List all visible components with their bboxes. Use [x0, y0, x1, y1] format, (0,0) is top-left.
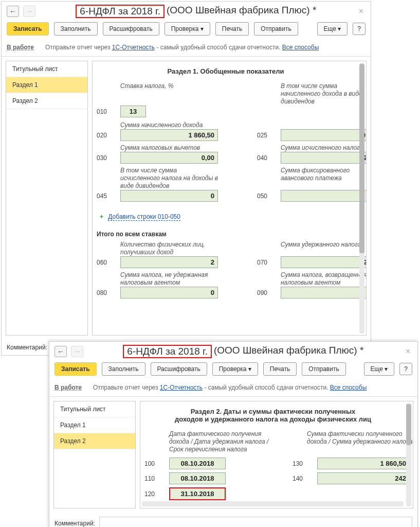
window-section2: ← → 6-НДФЛ за 2018 г. (ООО Швейная фабри… — [49, 341, 418, 527]
field-140[interactable] — [317, 472, 410, 484]
save-button[interactable]: Записать — [7, 22, 49, 36]
field-120[interactable] — [169, 487, 226, 500]
vertical-scrollbar[interactable] — [359, 63, 364, 333]
label-right: Сумма фактически полученного дохода / Су… — [307, 430, 413, 453]
title-highlight: 6-НДФЛ за 2018 г. — [123, 345, 212, 358]
status-label[interactable]: В работе — [54, 384, 88, 391]
field-040[interactable] — [281, 152, 367, 164]
more-button[interactable]: Еще ▾ — [317, 22, 348, 36]
nav-forward-button: → — [23, 6, 35, 17]
label-025: В том числе сумма начисленного дохода в … — [281, 82, 367, 106]
sidebar-item-title-page[interactable]: Титульный лист — [6, 61, 87, 77]
print-button[interactable]: Печать — [263, 362, 297, 376]
total-heading: Итого по всем ставкам — [97, 231, 355, 238]
label-020: Сумма начисленного дохода — [120, 121, 218, 129]
field-100[interactable] — [169, 458, 226, 469]
code-020: 020 — [97, 132, 116, 139]
code-110: 110 — [144, 475, 164, 482]
field-025[interactable] — [281, 129, 367, 141]
dropdown-icon: ▾ — [338, 25, 341, 32]
link-all-methods[interactable]: Все способы — [330, 384, 367, 391]
code-100: 100 — [144, 460, 164, 467]
field-050[interactable] — [281, 190, 367, 202]
sidebar-item-title-page[interactable]: Титульный лист — [54, 401, 135, 417]
comment-label: Комментарий: — [54, 520, 95, 527]
link-1c-reporting[interactable]: 1С-Отчетность — [160, 384, 203, 391]
close-icon[interactable]: × — [357, 7, 366, 16]
sidebar-item-section1[interactable]: Раздел 1 — [54, 417, 135, 433]
print-button[interactable]: Печать — [215, 22, 249, 36]
save-button[interactable]: Записать — [54, 362, 97, 376]
dropdown-icon: ▾ — [200, 25, 204, 32]
more-button[interactable]: Еще ▾ — [364, 362, 395, 376]
field-010[interactable] — [120, 106, 146, 117]
window-title: 6-НДФЛ за 2018 г. (ООО Швейная фабрика П… — [40, 5, 353, 18]
content-panel: Раздел 1. Обобщенные показатели Ставка н… — [92, 61, 367, 336]
label-045: В том числе сумма исчисленного налога на… — [120, 167, 218, 190]
title-rest: (ООО Швейная фабрика Плюс) * — [214, 345, 363, 358]
comment-label: Комментарий: — [7, 344, 47, 351]
code-130: 130 — [293, 460, 312, 467]
sidebar-item-section1[interactable]: Раздел 1 — [6, 77, 87, 93]
link-all-methods[interactable]: Все способы — [282, 44, 319, 51]
field-090[interactable] — [281, 287, 367, 298]
link-1c-reporting[interactable]: 1С-Отчетность — [112, 44, 155, 51]
send-button[interactable]: Отправить — [254, 22, 298, 36]
sections-sidebar: Титульный лист Раздел 1 Раздел 2 — [53, 401, 136, 508]
sidebar-item-section2[interactable]: Раздел 2 — [6, 93, 87, 109]
send-button[interactable]: Отправить — [302, 362, 346, 376]
horizontal-scrollbar[interactable] — [142, 501, 404, 506]
status-label[interactable]: В работе — [7, 44, 40, 51]
title-rest: (ООО Швейная фабрика Плюс) * — [167, 5, 316, 18]
label-080: Сумма налога, не удержанная налоговым аг… — [120, 271, 218, 287]
code-050: 050 — [257, 192, 277, 200]
section1-title: Раздел 1. Обобщенные показатели — [97, 67, 355, 75]
check-button[interactable]: Проверка ▾ — [212, 362, 258, 376]
code-120: 120 — [144, 490, 164, 498]
code-045: 045 — [97, 192, 116, 200]
sidebar-item-section2[interactable]: Раздел 2 — [54, 433, 135, 449]
window-title: 6-НДФЛ за 2018 г. (ООО Швейная фабрика П… — [87, 345, 399, 358]
add-icon: + — [100, 213, 103, 220]
field-020[interactable] — [120, 129, 218, 141]
field-130[interactable] — [317, 458, 410, 469]
info-text: Отправьте отчет через 1С-Отчетность - са… — [93, 384, 367, 391]
decode-button[interactable]: Расшифровать — [103, 22, 159, 36]
section2-title: Раздел 2. Даты и суммы фактически получе… — [144, 408, 401, 423]
comment-input[interactable] — [99, 517, 412, 527]
code-070: 070 — [257, 259, 277, 266]
field-060[interactable] — [120, 256, 218, 268]
help-button[interactable]: ? — [399, 363, 412, 375]
field-045[interactable] — [120, 190, 218, 202]
fill-button[interactable]: Заполнить — [54, 22, 98, 36]
code-080: 080 — [97, 289, 116, 296]
help-button[interactable]: ? — [353, 23, 366, 35]
code-090: 090 — [257, 289, 277, 296]
nav-back-button[interactable]: ← — [7, 6, 19, 17]
field-030[interactable] — [120, 152, 218, 164]
label-050: Сумма фиксированного авансового платежа — [281, 167, 367, 190]
add-lines-link[interactable]: Добавить строки 010-050 — [108, 213, 180, 221]
decode-button[interactable]: Расшифровать — [151, 362, 207, 376]
code-010: 010 — [97, 108, 116, 115]
code-140: 140 — [293, 475, 312, 482]
label-060: Количество физических лиц, получивших до… — [120, 241, 218, 256]
close-icon[interactable]: × — [404, 347, 412, 356]
content-panel: Раздел 2. Даты и суммы фактически получе… — [140, 401, 413, 508]
field-080[interactable] — [120, 287, 218, 298]
title-highlight: 6-НДФЛ за 2018 г. — [76, 5, 165, 18]
label-040: Сумма исчисленного налога — [281, 144, 367, 152]
check-button[interactable]: Проверка ▾ — [165, 22, 210, 36]
code-060: 060 — [97, 259, 116, 266]
field-110[interactable] — [169, 472, 226, 484]
dropdown-icon: ▾ — [248, 365, 251, 373]
vertical-scrollbar[interactable] — [406, 403, 411, 506]
label-090: Сумма налога, возвращенная налоговым аге… — [281, 271, 367, 287]
fill-button[interactable]: Заполнить — [102, 362, 145, 376]
nav-back-button[interactable]: ← — [54, 346, 67, 357]
field-070[interactable] — [281, 256, 367, 268]
label-070: Сумма удержанного налога — [281, 241, 367, 256]
code-040: 040 — [257, 154, 277, 162]
label-030: Сумма налоговых вычетов — [120, 144, 218, 152]
dropdown-icon: ▾ — [385, 365, 388, 373]
